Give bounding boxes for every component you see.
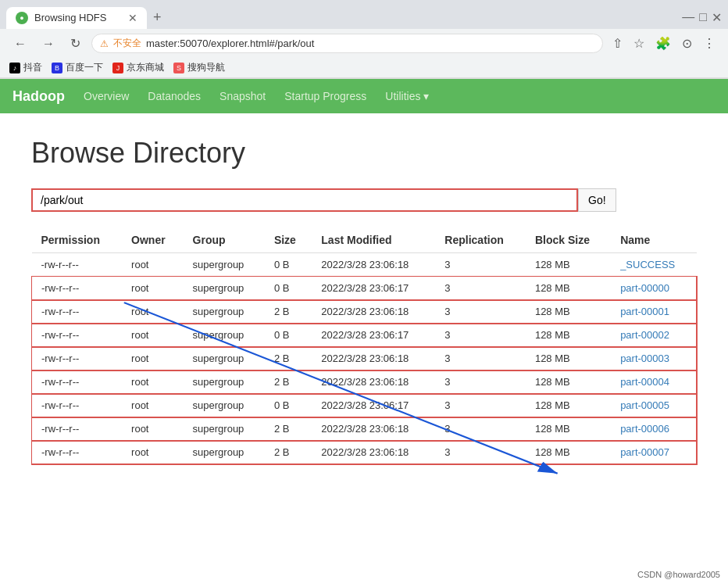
- file-table: Permission Owner Group Size Last Modifie…: [31, 227, 697, 464]
- cell-name[interactable]: part-00002: [611, 324, 696, 347]
- bookmark-jd-label: 京东商城: [127, 61, 164, 74]
- forward-button[interactable]: →: [37, 35, 59, 52]
- tab-title: Browsing HDFS: [34, 12, 122, 23]
- hadoop-brand: Hadoop: [12, 88, 65, 105]
- cell-size: 0 B: [265, 394, 312, 417]
- tab-favicon: ●: [16, 12, 28, 24]
- main-content: Browse Directory Go! Permission Owner Gr…: [0, 113, 728, 488]
- file-link[interactable]: part-00000: [620, 282, 669, 294]
- cell-permission: -rw-r--r--: [32, 253, 123, 277]
- cell-name[interactable]: _SUCCESS: [611, 253, 696, 277]
- bookmark-sogou[interactable]: S 搜狗导航: [173, 61, 225, 74]
- file-table-body: -rw-r--r--rootsupergroup0 B2022/3/28 23:…: [32, 253, 697, 464]
- cell-replication: 3: [435, 347, 526, 370]
- cell-size: 2 B: [265, 347, 312, 370]
- menu-icon[interactable]: ⋮: [700, 34, 719, 52]
- cell-name[interactable]: part-00004: [611, 370, 696, 394]
- cell-block-size: 128 MB: [526, 300, 611, 324]
- cell-group: supergroup: [184, 417, 265, 441]
- cell-name[interactable]: part-00000: [611, 277, 696, 300]
- file-link[interactable]: part-00007: [620, 446, 669, 458]
- cell-replication: 3: [435, 417, 526, 441]
- table-row: -rw-r--r--rootsupergroup2 B2022/3/28 23:…: [32, 370, 697, 394]
- cell-block-size: 128 MB: [526, 370, 611, 394]
- active-tab[interactable]: ● Browsing HDFS ✕: [6, 7, 147, 29]
- cell-name[interactable]: part-00006: [611, 417, 696, 441]
- col-size: Size: [265, 227, 312, 253]
- file-link[interactable]: part-00003: [620, 353, 669, 364]
- file-link[interactable]: part-00005: [620, 399, 669, 411]
- nav-utilities[interactable]: Utilities ▾: [385, 87, 429, 106]
- cell-modified: 2022/3/28 23:06:17: [312, 324, 435, 347]
- share-icon[interactable]: ⇧: [609, 34, 626, 52]
- bookmark-baidu[interactable]: B 百度一下: [52, 61, 103, 74]
- address-text[interactable]: master:50070/explorer.html#/park/out: [146, 38, 594, 49]
- cell-permission: -rw-r--r--: [32, 300, 123, 324]
- file-link[interactable]: part-00004: [620, 376, 669, 388]
- cell-size: 2 B: [265, 370, 312, 394]
- file-link[interactable]: part-00006: [620, 423, 669, 435]
- cell-permission: -rw-r--r--: [32, 324, 123, 347]
- col-group: Group: [184, 227, 265, 253]
- nav-startup-progress[interactable]: Startup Progress: [284, 87, 366, 106]
- bookmark-icon[interactable]: ☆: [630, 34, 648, 52]
- cell-modified: 2022/3/28 23:06:18: [312, 253, 435, 277]
- cell-permission: -rw-r--r--: [32, 370, 123, 394]
- cell-group: supergroup: [184, 253, 265, 277]
- minimize-button[interactable]: —: [682, 10, 694, 25]
- cell-group: supergroup: [184, 394, 265, 417]
- bookmark-douyin[interactable]: ♪ 抖音: [9, 61, 42, 74]
- cell-group: supergroup: [184, 347, 265, 370]
- extensions-icon[interactable]: 🧩: [652, 34, 674, 52]
- table-row: -rw-r--r--rootsupergroup2 B2022/3/28 23:…: [32, 417, 697, 441]
- cell-size: 2 B: [265, 441, 312, 464]
- profile-icon[interactable]: ⊙: [679, 34, 695, 52]
- nav-datanodes[interactable]: Datanodes: [148, 87, 201, 106]
- nav-snapshot[interactable]: Snapshot: [219, 87, 266, 106]
- file-link[interactable]: part-00001: [620, 306, 669, 317]
- cell-group: supergroup: [184, 324, 265, 347]
- security-label: 不安全: [113, 37, 141, 50]
- cell-owner: root: [122, 253, 184, 277]
- maximize-button[interactable]: □: [699, 10, 707, 25]
- bookmark-jd[interactable]: J 京东商城: [112, 61, 164, 74]
- cell-size: 2 B: [265, 417, 312, 441]
- cell-replication: 3: [435, 370, 526, 394]
- cell-name[interactable]: part-00005: [611, 394, 696, 417]
- refresh-button[interactable]: ↻: [66, 34, 85, 52]
- cell-owner: root: [122, 370, 184, 394]
- cell-replication: 3: [435, 253, 526, 277]
- table-row: -rw-r--r--rootsupergroup0 B2022/3/28 23:…: [32, 277, 697, 300]
- cell-replication: 3: [435, 324, 526, 347]
- path-form: Go!: [31, 188, 697, 212]
- file-link[interactable]: part-00002: [620, 329, 669, 341]
- back-button[interactable]: ←: [9, 35, 31, 52]
- cell-group: supergroup: [184, 441, 265, 464]
- jd-logo: J: [112, 63, 123, 73]
- cell-permission: -rw-r--r--: [32, 417, 123, 441]
- new-tab-button[interactable]: +: [147, 6, 168, 29]
- cell-replication: 3: [435, 394, 526, 417]
- cell-name[interactable]: part-00007: [611, 441, 696, 464]
- close-button[interactable]: ✕: [712, 10, 722, 25]
- cell-size: 0 B: [265, 324, 312, 347]
- col-replication: Replication: [435, 227, 526, 253]
- tab-close-button[interactable]: ✕: [128, 12, 137, 24]
- file-link[interactable]: _SUCCESS: [620, 259, 675, 270]
- go-button[interactable]: Go!: [578, 188, 616, 212]
- cell-name[interactable]: part-00003: [611, 347, 696, 370]
- path-input[interactable]: [31, 188, 578, 212]
- cell-owner: root: [122, 417, 184, 441]
- hadoop-navbar: Hadoop Overview Datanodes Snapshot Start…: [0, 79, 728, 113]
- nav-overview[interactable]: Overview: [84, 87, 129, 106]
- bookmark-sogou-label: 搜狗导航: [187, 61, 225, 74]
- tab-controls: — □ ✕: [682, 10, 722, 25]
- content-wrapper: Permission Owner Group Size Last Modifie…: [31, 227, 697, 464]
- cell-group: supergroup: [184, 277, 265, 300]
- cell-block-size: 128 MB: [526, 394, 611, 417]
- cell-group: supergroup: [184, 300, 265, 324]
- cell-modified: 2022/3/28 23:06:18: [312, 370, 435, 394]
- cell-name[interactable]: part-00001: [611, 300, 696, 324]
- cell-block-size: 128 MB: [526, 277, 611, 300]
- cell-replication: 3: [435, 300, 526, 324]
